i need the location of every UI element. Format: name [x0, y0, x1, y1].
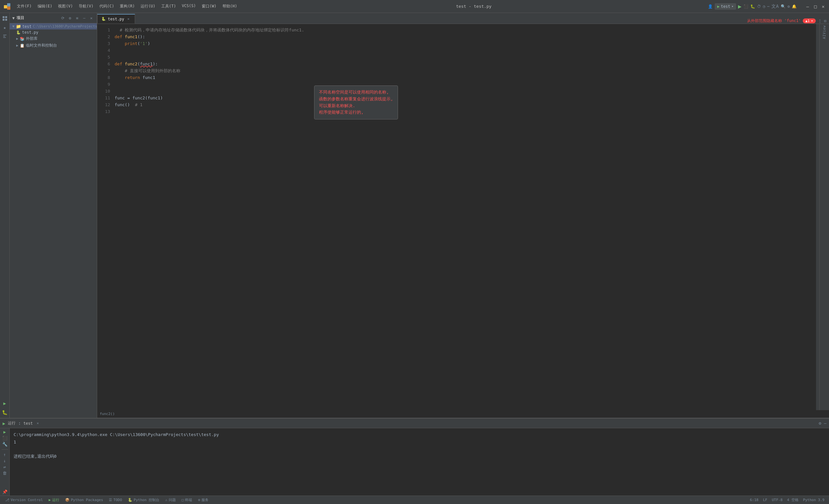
clear-icon[interactable]: 🗑: [3, 471, 7, 475]
code-content[interactable]: # 检测代码，申请内存地址存储函数体代码块，并将函数体代码块的内存地址绑定给标识…: [113, 24, 816, 410]
project-icon[interactable]: [1, 14, 9, 23]
editor-tabs: 🐍 test.py ✕ 从外部范围隐藏名称 'func1' ▲1 ▾ ⋮ ⊡: [97, 13, 829, 24]
settings-icon[interactable]: ⚙: [788, 4, 790, 9]
line-sep[interactable]: LF: [761, 498, 769, 502]
left-toolbar: ★ ▶ 🐛: [0, 13, 10, 418]
more-button[interactable]: ⋯: [767, 4, 769, 9]
version-control-tab[interactable]: ⎇ Version Control: [3, 496, 45, 504]
services-tab[interactable]: ⚙ 服务: [195, 496, 211, 504]
menu-code[interactable]: 代码(C): [97, 3, 117, 10]
notifications-icon[interactable]: 🔔: [792, 4, 797, 9]
external-libs[interactable]: ▶ 📚 外部库: [10, 35, 97, 42]
run-left-icon[interactable]: ▶: [1, 399, 9, 408]
title-bar-right: 👤 ▶ test ▾ ▶ ⬛ 🐛 ⏱ ◷ ⋯ 文A 🔍 ⚙ 🔔 — □ ✕: [708, 3, 826, 10]
window-controls[interactable]: — □ ✕: [804, 3, 826, 10]
svg-rect-3: [3, 16, 4, 18]
run-tab-close[interactable]: ✕: [37, 421, 39, 425]
run-bottom-tab[interactable]: ▶ 运行: [46, 496, 62, 504]
pin-icon[interactable]: 📌: [2, 490, 7, 494]
code-line-11: func = func2(func1): [115, 94, 814, 101]
collapse-icon[interactable]: —: [81, 15, 87, 21]
ai-view-icon[interactable]: AIView: [823, 25, 826, 39]
menu-window[interactable]: 窗口(W): [199, 3, 219, 10]
menu-bar[interactable]: 文件(F) 编辑(E) 视图(V) 导航(V) 代码(C) 重构(R) 运行(U…: [14, 3, 240, 10]
run-command: C:\programming\python3.9.4\python.exe C:…: [13, 431, 825, 438]
panel-header-icons: ⟳ ⚙ ≡ — ✕: [60, 15, 94, 21]
annotation-badge[interactable]: ▲1 ▾: [803, 18, 816, 23]
indent[interactable]: 4 空格: [785, 498, 800, 502]
code-editor[interactable]: 12345 678910 111213 # 检测代码，申请内存地址存储函数体代码…: [97, 24, 816, 410]
console-icon: 🐍: [128, 498, 133, 502]
encoding[interactable]: UTF-8: [770, 498, 784, 502]
coverage-button[interactable]: ◷: [763, 4, 765, 9]
wrap-icon[interactable]: ⇌: [4, 465, 6, 469]
search-icon[interactable]: 🔍: [781, 4, 786, 9]
editor-area: 🐍 test.py ✕ 从外部范围隐藏名称 'func1' ▲1 ▾ ⋮ ⊡ 1…: [97, 13, 829, 418]
python-packages-tab[interactable]: 📦 Python Packages: [63, 496, 106, 504]
todo-tab[interactable]: ☰ TODO: [106, 496, 125, 504]
run-button[interactable]: ▶: [738, 3, 742, 10]
panel-expand-icon[interactable]: ⊡: [824, 19, 826, 23]
debug-left-icon[interactable]: 🐛: [1, 408, 9, 417]
code-editor-container: 12345 678910 111213 # 检测代码，申请内存地址存储函数体代码…: [97, 24, 829, 410]
wrench-icon[interactable]: 🔧: [2, 442, 7, 447]
menu-view[interactable]: 视图(V): [56, 3, 75, 10]
terminal-tab[interactable]: □ 终端: [179, 496, 195, 504]
sort-icon[interactable]: ≡: [74, 15, 80, 21]
profile-button[interactable]: ⏱: [757, 4, 761, 9]
stop-icon[interactable]: ⬛: [2, 436, 7, 440]
todo-icon: ☰: [109, 498, 112, 502]
tab-test-py[interactable]: 🐍 test.py ✕: [97, 14, 135, 24]
scroll-end-icon[interactable]: ↓: [4, 458, 6, 463]
packages-icon: 📦: [65, 498, 70, 502]
scroll-up-icon[interactable]: ↑: [4, 452, 6, 457]
menu-help[interactable]: 帮助(H): [220, 3, 240, 10]
gear-icon[interactable]: ⚙: [67, 15, 73, 21]
code-line-7: # 直接可以使用到外部的名称: [115, 67, 814, 74]
code-line-4: [115, 47, 814, 54]
user-icon[interactable]: 👤: [708, 4, 713, 9]
bookmark-icon[interactable]: ★: [1, 23, 9, 32]
scrollbar[interactable]: [816, 24, 819, 410]
minimize-button[interactable]: —: [804, 3, 811, 10]
issues-tab[interactable]: ⚠ 问题: [163, 496, 178, 504]
close-button[interactable]: ✕: [820, 3, 826, 10]
project-name: test: [22, 24, 32, 29]
cursor-position[interactable]: 6:18: [748, 498, 761, 502]
sync-icon[interactable]: ⟳: [60, 15, 66, 21]
bottom-status-tabs: ⎇ Version Control ▶ 运行 📦 Python Packages…: [3, 496, 211, 504]
close-panel-icon[interactable]: ✕: [88, 15, 94, 21]
code-line-13: [115, 108, 814, 115]
run-settings-icon[interactable]: ⚙: [819, 421, 821, 426]
translate-icon[interactable]: 文A: [771, 4, 779, 9]
maximize-button[interactable]: □: [812, 3, 819, 10]
debug-button[interactable]: 🐛: [750, 4, 755, 9]
tab-options-icon[interactable]: ⋮: [818, 18, 822, 24]
menu-navigate[interactable]: 导航(V): [76, 3, 96, 10]
run-minimize-icon[interactable]: —: [824, 421, 826, 426]
python-console-tab[interactable]: 🐍 Python 控制台: [125, 496, 162, 504]
python-version[interactable]: Python 3.9: [801, 498, 826, 502]
line-numbers: 12345 678910 111213: [97, 24, 113, 410]
breadcrumb: func2(): [97, 410, 829, 418]
menu-vcs[interactable]: VCS(S): [179, 3, 199, 10]
build-button[interactable]: ⬛: [744, 4, 748, 9]
menu-run[interactable]: 运行(U): [138, 3, 158, 10]
rerun-icon[interactable]: ▶: [4, 430, 6, 434]
menu-file[interactable]: 文件(F): [14, 3, 34, 10]
annotation-popup: 不同名称空间是可以使用相同的名称, 函数的参数名称重复会进行波浪线提示, 可以重…: [314, 85, 398, 119]
run-output1: 1: [13, 438, 825, 446]
file-test-py[interactable]: 🐍 test.py: [10, 30, 97, 35]
svg-rect-1: [7, 3, 10, 6]
run-config-dropdown[interactable]: ▶ test ▾: [715, 3, 736, 10]
menu-edit[interactable]: 编辑(E): [35, 3, 55, 10]
project-root[interactable]: ▼ 📁 test C:\Users\13600\PycharmProjects\…: [10, 23, 97, 30]
temp-files[interactable]: ▶ 📋 临时文件和控制台: [10, 42, 97, 49]
popup-line2: 函数的参数名称重复会进行波浪线提示,: [319, 96, 393, 103]
breadcrumb-text: func2(): [100, 412, 115, 416]
structure-icon[interactable]: [1, 32, 9, 41]
file-icon: 🐍: [16, 30, 21, 35]
tab-close-icon[interactable]: ✕: [126, 17, 131, 22]
menu-tools[interactable]: 工具(T): [159, 3, 179, 10]
menu-refactor[interactable]: 重构(R): [117, 3, 137, 10]
